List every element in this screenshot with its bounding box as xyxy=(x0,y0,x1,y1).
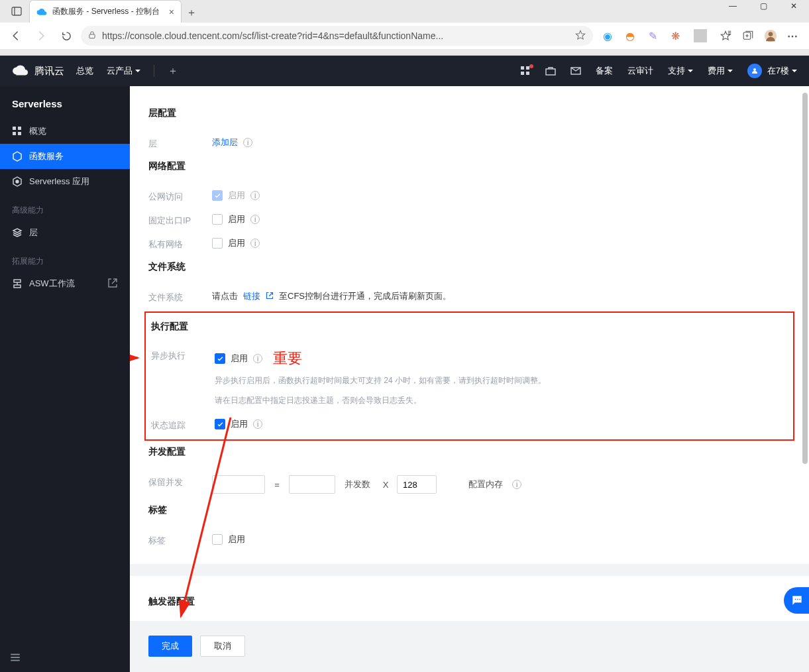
mail-icon[interactable] xyxy=(570,66,581,76)
label-fixedip: 固定出口IP xyxy=(148,213,201,227)
sidebar-group-advanced: 高级能力 xyxy=(0,194,130,220)
equals-sign: = xyxy=(270,480,284,490)
label-public: 公网访问 xyxy=(148,190,201,203)
sidebar-item-layer[interactable]: 层 xyxy=(0,220,130,245)
nav-support[interactable]: 支持 xyxy=(668,65,693,77)
enable-text: 启用 xyxy=(228,190,245,201)
trace-checkbox[interactable] xyxy=(215,419,225,429)
url-box[interactable]: https://console.cloud.tencent.com/scf/li… xyxy=(81,26,593,46)
svg-rect-12 xyxy=(526,66,529,70)
divider xyxy=(694,29,707,42)
sidebar-item-label: Serverless 应用 xyxy=(29,176,89,188)
brand[interactable]: 腾讯云 xyxy=(12,62,64,80)
reserve-input-a[interactable] xyxy=(212,475,265,494)
vpc-checkbox[interactable] xyxy=(212,238,223,249)
sidebar-item-scf[interactable]: 函数服务 xyxy=(0,144,130,169)
reserve-input-b[interactable] xyxy=(289,475,335,494)
console-topnav: 腾讯云 总览 云产品 ＋ 备案 云审计 支持 费用 xyxy=(0,56,809,86)
brand-text: 腾讯云 xyxy=(34,65,64,78)
label-tag: 标签 xyxy=(148,533,201,547)
svg-point-24 xyxy=(16,180,19,183)
favorite-star-icon[interactable] xyxy=(574,29,586,43)
public-checkbox xyxy=(212,190,223,201)
section-conc-config: 并发配置 xyxy=(148,446,790,458)
profile-avatar-icon[interactable] xyxy=(764,29,777,42)
info-icon[interactable]: i xyxy=(512,480,521,489)
nav-products[interactable]: 云产品 xyxy=(107,65,140,77)
sidebar-item-label: 函数服务 xyxy=(29,150,64,162)
cancel-button[interactable]: 取消 xyxy=(200,636,245,657)
more-menu-icon[interactable]: ⋯ xyxy=(786,29,800,42)
tencent-cloud-logo-icon xyxy=(12,62,29,80)
async-hint-1: 异步执行启用后，函数执行超时时间最大可支持 24 小时，如有需要，请到执行超时时… xyxy=(215,374,546,388)
scrollbar[interactable] xyxy=(800,86,809,672)
minimize-button[interactable]: ― xyxy=(718,0,748,16)
add-layer-link[interactable]: 添加层 xyxy=(212,137,238,148)
ext-icon-2[interactable]: ◓ xyxy=(623,29,637,42)
new-tab-button[interactable]: ＋ xyxy=(182,3,201,23)
nav-add-icon[interactable]: ＋ xyxy=(168,64,178,78)
sidebar-item-overview[interactable]: 概览 xyxy=(0,119,130,144)
async-checkbox[interactable] xyxy=(215,353,225,364)
sidebar-item-app[interactable]: Serverless 应用 xyxy=(0,169,130,194)
toolbox-icon[interactable] xyxy=(545,66,556,76)
nav-audit[interactable]: 云审计 xyxy=(627,65,653,77)
sidebar-collapse-icon[interactable] xyxy=(9,651,21,665)
nav-beian[interactable]: 备案 xyxy=(596,65,613,77)
sidebar-item-label: 概览 xyxy=(29,125,46,137)
svg-rect-15 xyxy=(546,69,555,75)
label-async: 异步执行 xyxy=(151,349,204,362)
external-link-icon xyxy=(107,278,118,290)
sidebar-item-asw[interactable]: ASW工作流 xyxy=(0,271,130,296)
mem-label: 配置内存 xyxy=(468,478,503,490)
row-fixedip: 固定出口IP 启用 i xyxy=(148,208,790,232)
info-icon[interactable]: i xyxy=(253,354,262,363)
tab-close-icon[interactable]: × xyxy=(169,7,174,17)
browser-chrome: 函数服务 - Serverless - 控制台 × ＋ ― ▢ ✕ https:… xyxy=(0,0,809,56)
reload-button[interactable] xyxy=(56,25,77,46)
done-button[interactable]: 完成 xyxy=(148,636,192,657)
info-icon[interactable]: i xyxy=(250,215,260,224)
browser-tab[interactable]: 函数服务 - Serverless - 控制台 × xyxy=(29,0,182,23)
conc-value-input[interactable] xyxy=(397,475,437,494)
tab-title: 函数服务 - Serverless - 控制台 xyxy=(52,6,164,17)
fs-hint-link[interactable]: 链接 xyxy=(243,290,260,302)
nav-overview[interactable]: 总览 xyxy=(76,65,93,77)
enable-text: 启用 xyxy=(228,237,245,249)
favorites-icon[interactable] xyxy=(719,29,732,42)
tab-actions-icon[interactable] xyxy=(4,0,29,23)
url-text: https://console.cloud.tencent.com/scf/li… xyxy=(102,30,569,41)
svg-rect-2 xyxy=(89,34,95,38)
cloud-favicon-icon xyxy=(36,7,47,17)
svg-rect-20 xyxy=(13,132,16,135)
fixedip-checkbox[interactable] xyxy=(212,214,223,225)
lock-icon xyxy=(87,30,97,42)
nav-back-button[interactable] xyxy=(5,25,27,46)
close-window-button[interactable]: ✕ xyxy=(779,0,809,16)
enable-text: 启用 xyxy=(228,533,245,545)
grid-apps-icon[interactable] xyxy=(520,66,531,76)
ext-icon-3[interactable]: ✎ xyxy=(646,29,659,42)
tag-checkbox[interactable] xyxy=(212,534,223,545)
nav-fee[interactable]: 费用 xyxy=(708,65,733,77)
trigger-config-title: 触发器配置 xyxy=(148,596,195,608)
info-icon[interactable]: i xyxy=(250,191,260,200)
times-sign: X xyxy=(380,480,392,490)
trigger-config-row[interactable]: 触发器配置 xyxy=(130,583,809,621)
label-layer: 层 xyxy=(148,137,201,150)
address-bar: https://console.cloud.tencent.com/scf/li… xyxy=(0,23,809,49)
user-menu[interactable]: 在7楼 xyxy=(747,64,797,78)
ext-icon-1[interactable]: ◉ xyxy=(601,29,614,42)
maximize-button[interactable]: ▢ xyxy=(748,0,779,16)
info-icon[interactable]: i xyxy=(250,239,260,248)
footer-buttons: 完成 取消 xyxy=(130,621,809,672)
user-name: 在7楼 xyxy=(767,65,797,77)
nav-forward-button[interactable] xyxy=(30,25,52,46)
collections-icon[interactable] xyxy=(741,29,755,42)
label-vpc: 私有网络 xyxy=(148,237,201,251)
fs-hint-pre: 请点击 xyxy=(212,290,238,302)
info-icon[interactable]: i xyxy=(243,138,252,147)
ext-icon-4[interactable]: ❋ xyxy=(669,29,682,42)
enable-text: 启用 xyxy=(231,418,248,430)
info-icon[interactable]: i xyxy=(253,420,262,429)
